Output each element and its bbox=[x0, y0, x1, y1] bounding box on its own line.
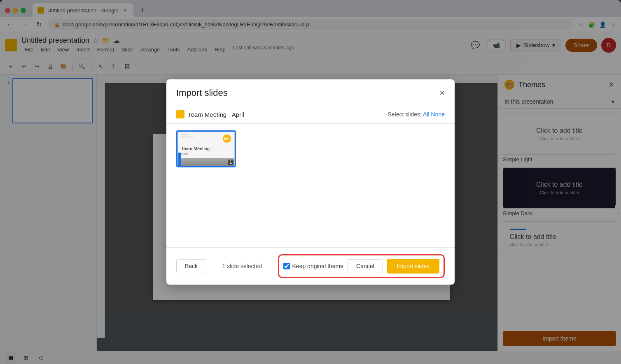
slide-main-subtitle: April bbox=[178, 152, 234, 155]
select-none-link[interactable]: None bbox=[431, 111, 445, 118]
slide-photo bbox=[178, 158, 234, 166]
import-slide-thumb-1[interactable]: MA Team Meeting April 1 bbox=[176, 130, 236, 167]
modal-header: Import slides × bbox=[166, 79, 455, 105]
modal-source: Team Meeting - April Select slides: All … bbox=[166, 105, 455, 124]
select-slides-text: Select slides: All None bbox=[388, 111, 445, 118]
modal-content: MA Team Meeting April 1 bbox=[166, 124, 455, 247]
modal-close-button[interactable]: × bbox=[439, 88, 445, 98]
back-button[interactable]: Back bbox=[176, 259, 206, 273]
keep-theme-label: Keep original theme bbox=[292, 263, 344, 269]
source-name: Team Meeting - April bbox=[176, 110, 244, 118]
slide-thumb-preview: MA Team Meeting April bbox=[178, 132, 234, 166]
import-slide-thumb-inner: MA Team Meeting April 1 bbox=[177, 132, 235, 166]
select-slides-label: Select slides: bbox=[388, 111, 421, 118]
slide-user-icon: MA bbox=[223, 134, 231, 143]
keep-theme-checkbox[interactable] bbox=[283, 263, 290, 269]
slide-count-text: 1 slide selected bbox=[211, 263, 273, 269]
import-slides-button[interactable]: Import slides bbox=[387, 259, 439, 274]
select-all-link[interactable]: All bbox=[423, 111, 430, 118]
modal-title: Import slides bbox=[176, 88, 228, 98]
import-action-highlight: Keep original theme Cancel Import slides bbox=[278, 254, 445, 278]
modal-overlay: Import slides × Team Meeting - April Sel… bbox=[0, 0, 621, 364]
slide-grid: MA Team Meeting April 1 bbox=[176, 130, 445, 167]
import-slides-modal: Import slides × Team Meeting - April Sel… bbox=[166, 79, 455, 285]
slide-lines bbox=[181, 134, 194, 137]
slide-num-badge: 1 bbox=[228, 160, 233, 165]
slide-main-title: Team Meeting bbox=[178, 145, 234, 152]
slide-line-1 bbox=[181, 134, 189, 135]
slide-thumb-header: MA bbox=[178, 132, 234, 145]
modal-footer: Back 1 slide selected Keep original them… bbox=[166, 247, 455, 285]
keep-theme-area: Keep original theme bbox=[283, 263, 344, 269]
slide-blue-bar bbox=[178, 153, 181, 166]
slide-line-2 bbox=[181, 137, 194, 137]
cancel-button[interactable]: Cancel bbox=[348, 259, 383, 273]
source-name-text: Team Meeting - April bbox=[188, 111, 244, 118]
source-icon bbox=[176, 110, 184, 118]
